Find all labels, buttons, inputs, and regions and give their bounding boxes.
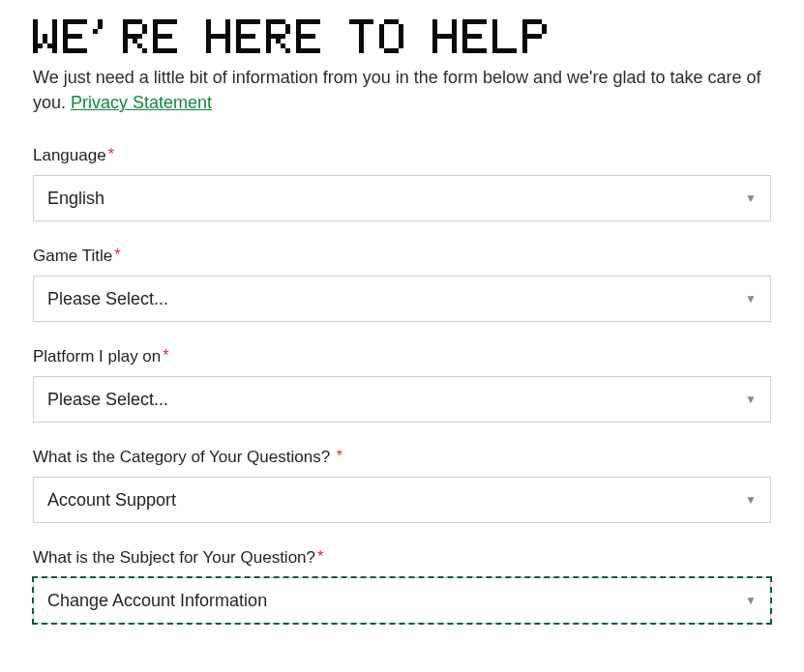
category-select[interactable]: Account Support ▼	[33, 477, 771, 523]
chevron-down-icon: ▼	[745, 594, 757, 607]
chevron-down-icon: ▼	[745, 493, 757, 507]
field-subject: What is the Subject for Your Question?* …	[33, 548, 771, 624]
intro-text: We just need a little bit of information…	[33, 65, 771, 115]
chevron-down-icon: ▼	[745, 393, 757, 406]
required-marker: *	[317, 548, 323, 565]
language-label-text: Language	[33, 146, 106, 164]
subject-select[interactable]: Change Account Information ▼	[33, 577, 771, 624]
game-title-value: Please Select...	[47, 289, 168, 309]
category-label: What is the Category of Your Questions? …	[33, 448, 771, 467]
category-label-text: What is the Category of Your Questions?	[33, 448, 335, 466]
platform-value: Please Select...	[47, 390, 168, 410]
game-title-select[interactable]: Please Select... ▼	[33, 276, 771, 322]
chevron-down-icon: ▼	[745, 292, 757, 306]
required-marker: *	[337, 448, 342, 464]
subject-label-text: What is the Subject for Your Question?	[33, 548, 315, 567]
required-marker: *	[114, 247, 120, 263]
platform-select[interactable]: Please Select... ▼	[33, 376, 771, 423]
game-title-label-text: Game Title	[33, 247, 112, 265]
platform-label-text: Platform I play on	[33, 347, 161, 365]
field-category: What is the Category of Your Questions? …	[33, 448, 771, 523]
chevron-down-icon: ▼	[745, 191, 757, 205]
field-game-title: Game Title* Please Select... ▼	[33, 247, 771, 322]
field-language: Language* English ▼	[33, 146, 771, 221]
field-platform: Platform I play on* Please Select... ▼	[33, 347, 771, 423]
subject-value: Change Account Information	[47, 591, 267, 611]
language-select[interactable]: English ▼	[33, 175, 771, 221]
required-marker: *	[163, 347, 168, 364]
subject-label: What is the Subject for Your Question?*	[33, 548, 771, 568]
platform-label: Platform I play on*	[33, 347, 771, 366]
privacy-link[interactable]: Privacy Statement	[71, 93, 212, 112]
game-title-label: Game Title*	[33, 247, 771, 266]
category-value: Account Support	[47, 490, 176, 511]
language-label: Language*	[33, 146, 771, 165]
required-marker: *	[108, 146, 114, 162]
page-title	[33, 19, 771, 53]
language-value: English	[47, 189, 104, 209]
